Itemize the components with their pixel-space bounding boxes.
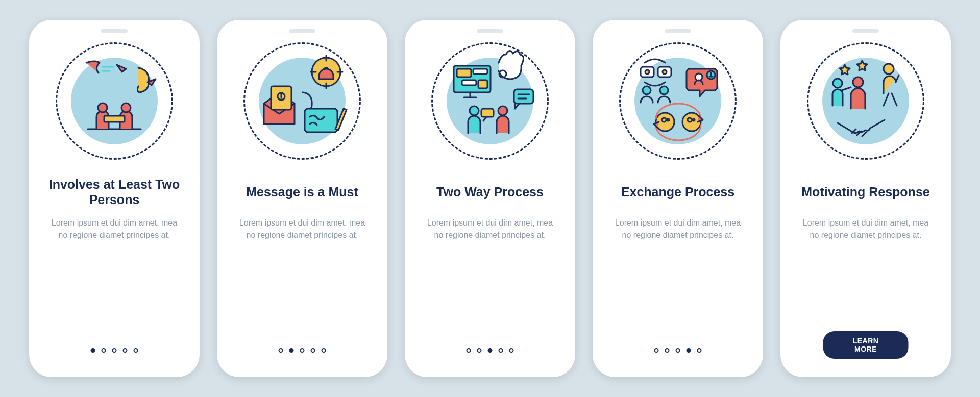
card-desc: Lorem ipsum et dui dim amet, mea no regi… — [232, 217, 372, 241]
phone-notch — [477, 29, 503, 33]
card-desc: Lorem ipsum et dui dim amet, mea no regi… — [608, 217, 748, 241]
dot-5[interactable] — [322, 348, 326, 353]
dot-4[interactable] — [499, 348, 503, 353]
svg-point-33 — [853, 77, 863, 87]
pagination-dots — [91, 348, 138, 353]
card-title: Involves at Least Two Persons — [44, 176, 184, 208]
dot-3[interactable] — [488, 348, 493, 353]
dot-1[interactable] — [91, 348, 95, 353]
pagination-dots — [467, 348, 514, 353]
dot-3[interactable] — [300, 348, 305, 353]
svg-rect-12 — [478, 80, 487, 88]
phone-notch — [101, 29, 128, 33]
svg-point-23 — [660, 86, 668, 94]
card-title: Exchange Process — [621, 176, 734, 208]
svg-rect-11 — [462, 80, 476, 85]
dot-2[interactable] — [102, 348, 106, 353]
pagination-dots — [279, 348, 326, 353]
dot-5[interactable] — [134, 348, 138, 353]
two-way-process-icon — [431, 42, 549, 160]
dot-3[interactable] — [112, 348, 117, 353]
card-desc: Lorem ipsum et dui dim amet, mea no regi… — [420, 217, 560, 241]
dot-5[interactable] — [509, 348, 514, 353]
svg-rect-14 — [514, 89, 533, 104]
onboarding-card-5: Motivating Response Lorem ipsum et dui d… — [780, 20, 951, 377]
card-title: Message is a Must — [246, 176, 358, 208]
onboarding-card-2: Message is a Must Lorem ipsum et dui dim… — [217, 20, 387, 377]
dot-2[interactable] — [289, 348, 294, 353]
dot-1[interactable] — [467, 348, 471, 353]
card-title: Two Way Process — [436, 176, 544, 208]
svg-point-32 — [833, 79, 842, 88]
svg-point-22 — [643, 86, 651, 94]
svg-point-34 — [884, 64, 894, 74]
two-persons-icon — [56, 42, 173, 160]
svg-rect-9 — [457, 69, 471, 77]
dot-4[interactable] — [687, 348, 691, 353]
dot-5[interactable] — [697, 348, 702, 353]
dot-4[interactable] — [123, 348, 128, 353]
dot-1[interactable] — [279, 348, 283, 353]
dot-2[interactable] — [665, 348, 670, 353]
card-desc: Lorem ipsum et dui dim amet, mea no regi… — [44, 217, 184, 241]
dot-4[interactable] — [311, 348, 315, 353]
learn-more-button[interactable]: LEARN MORE — [823, 331, 909, 359]
svg-rect-7 — [305, 109, 337, 132]
dot-1[interactable] — [654, 348, 659, 353]
phone-notch — [665, 29, 691, 33]
message-icon — [243, 42, 361, 160]
svg-point-15 — [470, 106, 479, 115]
phone-notch — [289, 29, 315, 33]
svg-point-0 — [98, 103, 107, 112]
motivating-response-icon — [807, 42, 924, 160]
svg-point-1 — [121, 103, 131, 112]
svg-rect-17 — [481, 109, 494, 117]
onboarding-card-3: Two Way Process Lorem ipsum et dui dim a… — [405, 20, 575, 377]
svg-rect-2 — [104, 116, 125, 122]
onboarding-card-1: Involves at Least Two Persons Lorem ipsu… — [29, 20, 200, 377]
pagination-dots — [654, 348, 702, 353]
svg-point-20 — [645, 70, 649, 74]
svg-rect-10 — [473, 69, 487, 74]
dot-2[interactable] — [477, 348, 482, 353]
exchange-process-icon — [619, 42, 737, 160]
phone-notch — [852, 29, 879, 33]
svg-point-16 — [498, 106, 507, 115]
onboarding-card-4: Exchange Process Lorem ipsum et dui dim … — [593, 20, 763, 377]
svg-point-21 — [663, 70, 667, 74]
card-title: Motivating Response — [801, 176, 929, 208]
card-desc: Lorem ipsum et dui dim amet, mea no regi… — [796, 217, 936, 241]
dot-3[interactable] — [676, 348, 680, 353]
